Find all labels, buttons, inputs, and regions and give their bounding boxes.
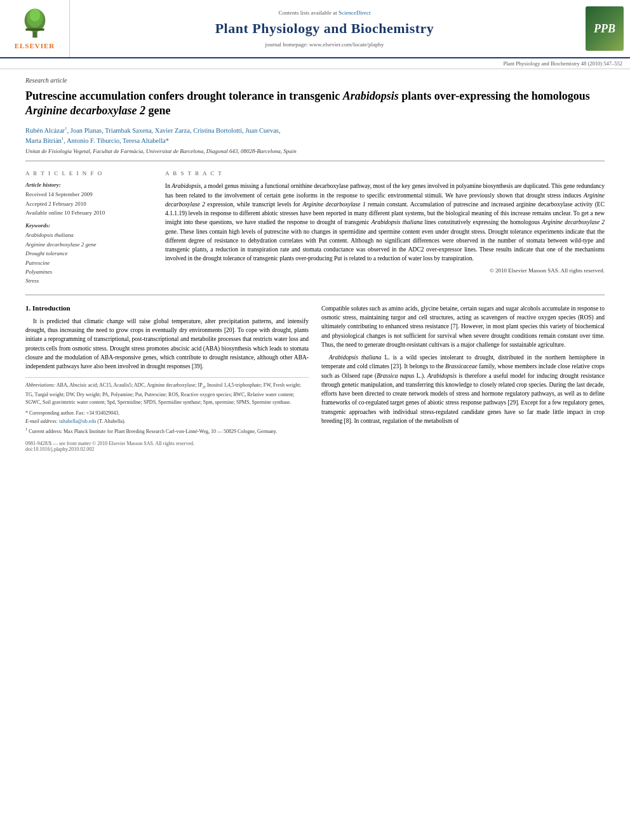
abstract-heading: A B S T R A C T [165,170,605,177]
article-history: Article history: Received 14 September 2… [25,182,152,217]
corresponding-footnote: * Corresponding author. Fax: +34 9340290… [25,410,309,418]
footnotes: Abbreviations: ABA, Abscisic acid; AC15,… [25,377,309,436]
authors: Rubén Alcázar1, Joan Planas, Triambak Sa… [25,125,605,146]
page: ELSEVIER Contents lists available at Sci… [0,0,630,840]
keyword-stress: Stress [25,276,152,285]
email-footnote: E-mail address: taltabella@ub.edu (T. Al… [25,418,309,426]
keyword-putrescine: Putrescine [25,258,152,267]
current-address-footnote: 1 Current address: Max Planck Institute … [25,426,309,436]
small-header: Plant Physiology and Biochemistry 48 (20… [0,58,630,69]
journal-title: Plant Physiology and Biochemistry [215,20,434,37]
article-title: Putrescine accumulation confers drought … [25,89,605,119]
sciencedirect-link[interactable]: ScienceDirect [338,10,370,16]
sciencedirect-line: Contents lists available at ScienceDirec… [279,10,371,16]
ppb-logo: PPB [579,0,630,57]
elsevier-brand-text: ELSEVIER [15,42,55,50]
article-info-heading: A R T I C L E I N F O [25,170,152,177]
journal-header: ELSEVIER Contents lists available at Sci… [0,0,630,58]
article-type: Research article [25,77,605,84]
body-right-col: Compatible solutes such as amino acids, … [321,304,605,452]
elsevier-tree-icon [16,8,54,39]
elsevier-logo: ELSEVIER [0,0,70,57]
keyword-arabidopsis: Arabidopsis thaliana [25,230,152,239]
abbreviations-footnote: Abbreviations: ABA, Abscisic acid; AC15,… [25,382,309,407]
abstract-text: In Arabidopsis, a model genus missing a … [165,182,605,263]
journal-center: Contents lists available at ScienceDirec… [70,0,579,57]
available-date: Available online 10 February 2010 [25,208,152,217]
info-abstract-section: A R T I C L E I N F O Article history: R… [25,170,605,295]
svg-rect-4 [25,29,44,31]
keywords-label: Keywords: [25,222,152,229]
svg-point-3 [29,9,39,22]
accepted-date: Accepted 2 February 2010 [25,199,152,208]
keywords-section: Keywords: Arabidopsis thaliana Arginine … [25,222,152,285]
history-label: Article history: [25,182,152,188]
article-info-col: A R T I C L E I N F O Article history: R… [25,170,152,286]
journal-homepage: journal homepage: www.elsevier.com/locat… [265,41,384,48]
keyword-drought: Drought tolerance [25,249,152,258]
affiliation: Unitat de Fisiologia Vegetal, Facultat d… [25,148,605,161]
main-content: Research article Putrescine accumulation… [0,69,630,465]
received-date: Received 14 September 2009 [25,190,152,199]
keyword-adc2: Arginine decarboxylase 2 gene [25,240,152,249]
intro-heading: 1. Introduction [25,304,309,312]
right-body-text: Compatible solutes such as amino acids, … [321,304,605,425]
ppb-box: PPB [586,6,624,51]
abstract-col: A B S T R A C T In Arabidopsis, a model … [165,170,605,286]
body-section: 1. Introduction It is predicted that cli… [25,304,605,452]
abstract-copyright: © 2010 Elsevier Masson SAS. All rights r… [165,267,605,274]
intro-body-text: It is predicted that climatic change wil… [25,317,309,371]
body-left-col: 1. Introduction It is predicted that cli… [25,304,309,452]
keyword-polyamines: Polyamines [25,267,152,276]
issn-line: 0981-9428/$ — see front matter © 2010 El… [25,441,309,452]
